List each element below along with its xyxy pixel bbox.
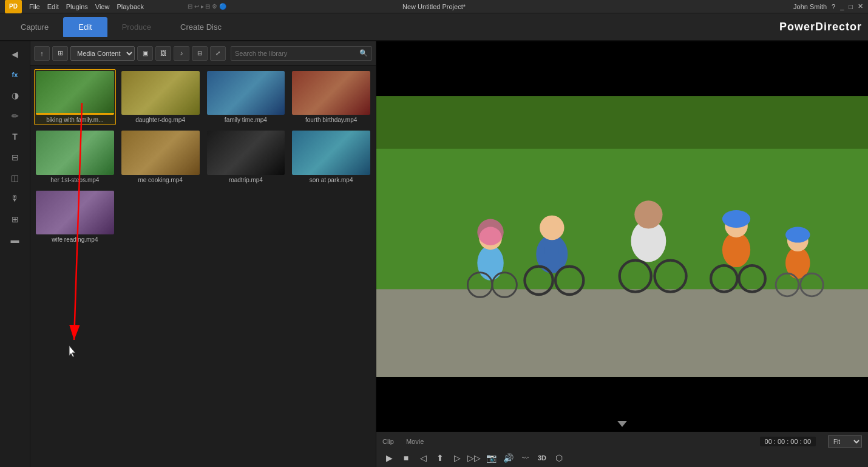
menu-file[interactable]: File [29, 3, 40, 10]
threed-button[interactable]: 3D [535, 451, 549, 465]
volume-button[interactable]: 🔊 [501, 451, 515, 465]
tab-bar: Capture Edit Produce Create Disc PowerDi… [0, 13, 868, 41]
sidebar-expand-icon[interactable]: ◀ [4, 45, 26, 63]
export-frame-button[interactable]: ⬆ [433, 451, 447, 465]
media-item-biking[interactable]: biking with family.m... [34, 69, 116, 125]
preview-buttons: ▶ ■ ◁ ⬆ ▷ ▷▷ 📷 🔊 〰 3D ⬡ [382, 451, 862, 465]
fast-forward-button[interactable]: ▷▷ [467, 451, 481, 465]
play-button[interactable]: ▶ [382, 451, 396, 465]
preview-arrow-indicator [617, 421, 627, 427]
media-item-steps[interactable]: her 1st-steps.mp4 [34, 129, 116, 185]
media-label-daughter: daughter-dog.mp4 [121, 117, 200, 123]
video-filter-btn[interactable]: ▣ [137, 46, 153, 61]
media-label-road: roadtrip.mp4 [207, 177, 285, 183]
media-label-cooking: me cooking.mp4 [121, 177, 200, 183]
media-label-birthday: fourth birthday.mp4 [292, 117, 370, 123]
user-name: John Smith [793, 3, 827, 10]
tab-create-disc[interactable]: Create Disc [166, 18, 236, 36]
tab-edit[interactable]: Edit [63, 17, 107, 37]
tab-capture[interactable]: Capture [6, 18, 63, 36]
audio-wave-button[interactable]: 〰 [518, 451, 532, 465]
rewind-button[interactable]: ◁ [416, 451, 430, 465]
preview-scene-svg [376, 41, 868, 432]
search-input[interactable] [235, 50, 357, 57]
media-thumb-family [207, 71, 285, 115]
media-item-cooking[interactable]: me cooking.mp4 [120, 129, 202, 185]
svg-point-14 [722, 210, 750, 228]
fullscreen-view-btn[interactable]: ⤢ [210, 46, 226, 61]
menu-bar: PD File Edit Plugins View Playback ⊟ ↩ ▸… [0, 0, 868, 13]
media-thumb-daughter [121, 71, 200, 115]
audio-filter-btn[interactable]: ♪ [174, 46, 189, 61]
puzzle-button[interactable]: ⊞ [52, 46, 68, 61]
logo-icon: PD [5, 0, 22, 13]
svg-point-4 [540, 216, 565, 240]
sidebar-grid-icon[interactable]: ⊞ [4, 210, 26, 228]
timecode-display: 00 : 00 : 00 : 00 [760, 437, 816, 446]
main-content: ◀ fx ◑ ✏ T ⊟ ◫ 🎙 ⊞ ▬ ↑ ⊞ Media Content A… [0, 41, 868, 467]
media-item-daughter[interactable]: daughter-dog.mp4 [120, 69, 202, 125]
photo-filter-btn[interactable]: 🖼 [155, 46, 171, 61]
media-label-park: son at park.mp4 [292, 177, 370, 183]
media-toolbar: ↑ ⊞ Media Content All Media Video Photo … [30, 41, 376, 66]
help-icon[interactable]: ? [832, 3, 835, 10]
app-name: PowerDirector [779, 21, 862, 33]
menu-view[interactable]: View [95, 3, 110, 10]
media-item-wife[interactable]: wife reading.mp4 [34, 189, 116, 245]
sidebar-color-icon[interactable]: ◑ [4, 86, 26, 104]
snapshot-button[interactable]: 📷 [484, 451, 498, 465]
sidebar-text-icon[interactable]: T [4, 128, 26, 146]
external-button[interactable]: ⬡ [552, 451, 566, 465]
menu-edit[interactable]: Edit [47, 3, 59, 10]
media-thumb-birthday [292, 71, 370, 115]
app-logo: PD [5, 0, 22, 13]
search-icon[interactable]: 🔍 [359, 49, 368, 57]
media-item-birthday[interactable]: fourth birthday.mp4 [290, 69, 372, 125]
svg-point-24 [477, 219, 503, 245]
media-grid: biking with family.m... daughter-dog.mp4… [30, 66, 376, 467]
close-btn[interactable]: ✕ [858, 2, 863, 10]
search-box: 🔍 [231, 46, 372, 61]
sidebar-layers-icon[interactable]: ⊟ [4, 148, 26, 166]
svg-point-19 [785, 227, 810, 243]
media-thumb-park [292, 131, 370, 174]
menu-plugins[interactable]: Plugins [66, 3, 88, 10]
maximize-btn[interactable]: □ [849, 3, 853, 10]
media-item-park[interactable]: son at park.mp4 [290, 129, 372, 185]
next-frame-button[interactable]: ▷ [450, 451, 464, 465]
preview-tab-clip[interactable]: Clip [382, 438, 394, 445]
icon-group: ⊟ ↩ ▸ ⊟ ⚙ 🔵 [188, 3, 226, 10]
media-thumb-steps [36, 131, 114, 174]
media-panel: ↑ ⊞ Media Content All Media Video Photo … [30, 41, 376, 467]
menu-bar-right: John Smith ? _ □ ✕ [793, 2, 863, 10]
sidebar-fx-icon[interactable]: fx [4, 66, 26, 84]
media-label-steps: her 1st-steps.mp4 [36, 177, 114, 183]
import-button[interactable]: ↑ [34, 46, 50, 61]
preview-controls: Clip Movie 00 : 00 : 00 : 00 Fit 25% 50%… [376, 432, 868, 467]
svg-point-22 [477, 245, 503, 281]
media-item-road[interactable]: roadtrip.mp4 [205, 129, 287, 185]
fit-dropdown[interactable]: Fit 25% 50% 100% [828, 435, 862, 448]
sidebar-pen-icon[interactable]: ✏ [4, 107, 26, 125]
left-sidebar: ◀ fx ◑ ✏ T ⊟ ◫ 🎙 ⊞ ▬ [0, 41, 30, 467]
media-label-family: family time.mp4 [207, 117, 285, 123]
menu-playback[interactable]: Playback [117, 3, 144, 10]
sidebar-audio-icon[interactable]: 🎙 [4, 189, 26, 208]
media-thumb-biking [36, 71, 114, 115]
svg-point-9 [634, 200, 662, 228]
media-item-family[interactable]: family time.mp4 [205, 69, 287, 125]
sidebar-split-icon[interactable]: ▬ [4, 231, 26, 249]
media-thumb-road [207, 131, 285, 174]
grid-view-btn[interactable]: ⊟ [192, 46, 208, 61]
preview-panel: Clip Movie 00 : 00 : 00 : 00 Fit 25% 50%… [376, 41, 868, 467]
window-title: New Untitled Project* [402, 3, 466, 10]
stop-button[interactable]: ■ [399, 451, 413, 465]
media-label-wife: wife reading.mp4 [36, 236, 114, 243]
tab-produce[interactable]: Produce [107, 18, 166, 36]
media-thumb-wife [36, 191, 114, 234]
media-type-dropdown[interactable]: Media Content All Media Video Photo Audi… [70, 46, 135, 61]
preview-tab-movie[interactable]: Movie [406, 438, 424, 445]
minimize-btn[interactable]: _ [840, 3, 844, 10]
media-thumb-cooking [121, 131, 200, 174]
sidebar-mask-icon[interactable]: ◫ [4, 169, 26, 187]
